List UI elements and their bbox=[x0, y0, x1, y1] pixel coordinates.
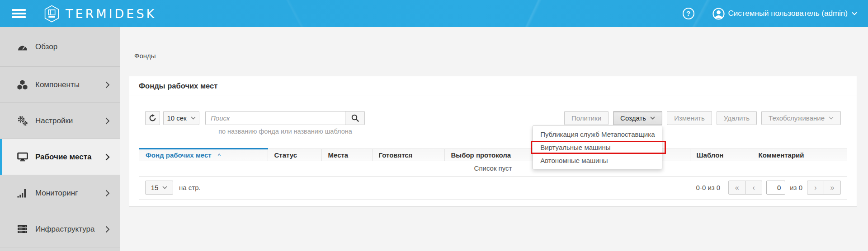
sidebar-item-workplaces[interactable]: Рабочие места bbox=[0, 139, 120, 175]
maintenance-button-label: Техобслуживание bbox=[769, 114, 825, 122]
column-header-template[interactable]: Шаблон bbox=[690, 149, 752, 161]
help-icon[interactable]: ? bbox=[683, 8, 694, 19]
pools-box: 10 сек bbox=[139, 105, 847, 200]
sidebar-item-label: Обзор bbox=[35, 42, 120, 51]
pagination: 15 на стр. 0-0 из 0 « ‹ из 0 bbox=[139, 177, 847, 200]
refresh-interval-value: 10 сек bbox=[167, 114, 186, 122]
column-header-pool[interactable]: Фонд рабочих мест ^ bbox=[139, 149, 268, 161]
dashboard-icon bbox=[16, 42, 28, 51]
workplaces-icon bbox=[16, 152, 28, 162]
monitoring-icon bbox=[16, 189, 28, 198]
chevron-right-icon bbox=[105, 190, 110, 197]
sort-asc-icon: ^ bbox=[218, 152, 221, 159]
first-page-button[interactable]: « bbox=[728, 181, 745, 195]
sidebar-item-overview[interactable]: Обзор bbox=[0, 27, 120, 67]
topbar-right: ? Системный пользователь (admin) bbox=[683, 8, 858, 20]
search-icon bbox=[351, 114, 359, 122]
table-row: Список пуст bbox=[139, 161, 847, 177]
user-name: Системный пользователь (admin) bbox=[728, 9, 848, 18]
breadcrumb: Фонды bbox=[134, 52, 857, 60]
sidebar-item-monitoring[interactable]: Мониторинг bbox=[0, 175, 120, 211]
menu-item-autonomous-machines[interactable]: Автономные машины bbox=[533, 154, 662, 167]
current-page-input[interactable] bbox=[766, 181, 785, 195]
prev-page-button[interactable]: ‹ bbox=[745, 181, 762, 195]
of-total-label: из 0 bbox=[790, 184, 802, 191]
refresh-icon bbox=[149, 114, 156, 122]
sidebar-item-label: Инфраструктура bbox=[35, 225, 105, 234]
pools-panel: Фонды рабочих мест 10 сек bbox=[129, 76, 857, 207]
search-hint: по названию фонда или названию шаблона bbox=[205, 128, 365, 135]
panel-body: 10 сек bbox=[129, 96, 857, 206]
menu-item-metaprovider-services[interactable]: Публикация служб Метапоставщика bbox=[533, 128, 662, 141]
sidebar: Обзор Компоненты Настройки bbox=[0, 27, 120, 251]
sidebar-item-label: Мониторинг bbox=[35, 189, 105, 198]
brand-logo[interactable]: TERMIDESK bbox=[44, 5, 156, 23]
panel-header: Фонды рабочих мест bbox=[129, 76, 857, 96]
chevron-down-icon bbox=[852, 12, 857, 15]
components-icon bbox=[16, 80, 28, 90]
empty-list-message: Список пуст bbox=[139, 161, 847, 177]
chevron-down-icon bbox=[191, 116, 196, 120]
page-size-value: 15 bbox=[151, 184, 159, 191]
settings-icon bbox=[16, 116, 28, 126]
last-page-button[interactable]: » bbox=[824, 181, 841, 195]
termidesk-hexagon-icon bbox=[44, 5, 60, 23]
page-size-select[interactable]: 15 bbox=[145, 181, 173, 195]
next-page-button[interactable]: › bbox=[807, 181, 824, 195]
topbar: TERMIDESK ? Системный пользователь (admi… bbox=[0, 0, 868, 27]
sidebar-item-infrastructure[interactable]: Инфраструктура bbox=[0, 211, 120, 247]
avatar-icon bbox=[712, 8, 725, 20]
range-label: 0-0 из 0 bbox=[696, 184, 721, 191]
hamburger-menu-icon[interactable] bbox=[12, 7, 26, 20]
column-header-comment[interactable]: Комментарий bbox=[752, 149, 847, 161]
maintenance-button[interactable]: Техобслуживание bbox=[761, 111, 841, 125]
sidebar-item-settings[interactable]: Настройки bbox=[0, 103, 120, 139]
create-dropdown-wrap: Создать Публикация служб Метапоставщика … bbox=[613, 111, 662, 125]
create-menu: Публикация служб Метапоставщика Виртуаль… bbox=[533, 126, 662, 169]
create-button[interactable]: Создать bbox=[613, 111, 662, 125]
brand-name: TERMIDESK bbox=[66, 7, 156, 21]
user-menu[interactable]: Системный пользователь (admin) bbox=[712, 8, 858, 20]
sidebar-item-label: Компоненты bbox=[35, 80, 105, 89]
delete-button[interactable]: Удалить bbox=[717, 111, 757, 125]
search-button[interactable] bbox=[345, 111, 365, 125]
chevron-down-icon bbox=[162, 186, 167, 189]
chevron-right-icon bbox=[105, 81, 110, 88]
column-header-seats[interactable]: Места bbox=[321, 149, 372, 161]
main-content: Фонды Фонды рабочих мест bbox=[120, 27, 868, 251]
menu-item-label: Виртуальные машины bbox=[540, 144, 610, 151]
infrastructure-icon bbox=[16, 224, 28, 234]
chevron-down-icon bbox=[650, 116, 655, 120]
menu-item-virtual-machines[interactable]: Виртуальные машины bbox=[533, 141, 662, 154]
refresh-button[interactable] bbox=[145, 111, 160, 125]
chevron-right-icon bbox=[105, 226, 110, 233]
policies-button[interactable]: Политики bbox=[564, 111, 609, 125]
chevron-right-icon bbox=[105, 117, 110, 125]
toolbar: 10 сек bbox=[139, 105, 847, 148]
edit-button[interactable]: Изменить bbox=[667, 111, 712, 125]
sidebar-item-components[interactable]: Компоненты bbox=[0, 67, 120, 103]
chevron-down-icon bbox=[829, 116, 834, 120]
column-header-preparing[interactable]: Готовятся bbox=[372, 149, 444, 161]
column-header-status[interactable]: Статус bbox=[268, 149, 321, 161]
per-page-label: на стр. bbox=[179, 184, 201, 191]
create-button-label: Создать bbox=[620, 114, 646, 122]
sidebar-item-label: Настройки bbox=[35, 116, 105, 126]
column-label: Фонд рабочих мест bbox=[146, 151, 212, 159]
search-input[interactable] bbox=[205, 111, 345, 125]
page-title: Фонды рабочих мест bbox=[139, 82, 217, 90]
chevron-right-icon bbox=[105, 153, 110, 161]
pools-table: Фонд рабочих мест ^ Статус Места Готовят… bbox=[139, 148, 847, 177]
refresh-interval-select[interactable]: 10 сек bbox=[163, 111, 199, 125]
sidebar-item-label: Рабочие места bbox=[35, 153, 105, 162]
